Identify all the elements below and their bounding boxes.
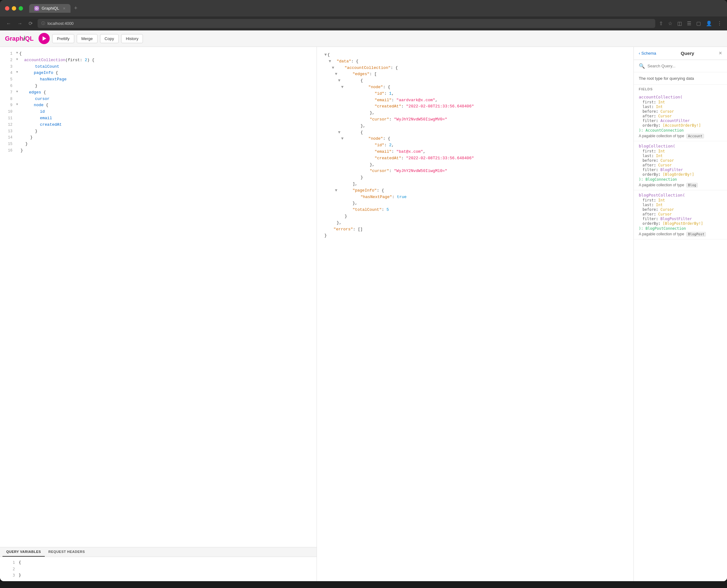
result-line-22: ▼ "pageInfo": { <box>322 188 628 194</box>
prettify-button[interactable]: Prettify <box>52 34 74 43</box>
editor-line-9: 9 ▼ node { <box>0 102 317 109</box>
back-button[interactable]: ← <box>5 20 13 28</box>
field-arg-blogpost-after: after: Cursor <box>639 212 722 216</box>
copy-button[interactable]: Copy <box>100 34 119 43</box>
result-panel[interactable]: ▼ { ▼ "data": { ▼ "accountCollection": {… <box>317 47 634 581</box>
query-variables-section: QUERY VARIABLES REQUEST HEADERS 1 { 2 <box>0 547 317 581</box>
address-bar[interactable]: ⓘ localhost:4000 <box>38 19 655 28</box>
reader-icon[interactable]: ☰ <box>687 20 691 26</box>
field-name-blog[interactable]: blogCollection( <box>639 144 722 148</box>
query-editor-panel: 1 ▼ { 2 ▼ accountCollection(first: 2) { … <box>0 47 317 581</box>
result-line-20: } <box>322 174 628 181</box>
field-arg-blog-orderby: orderBy: [BlogOrderBy!] <box>639 172 722 177</box>
browser-nav: ← → ⟳ ⓘ localhost:4000 ⇧ ☆ ◫ ☰ ▢ 👤 ⋮ <box>0 17 727 30</box>
field-arg-first: first: Int <box>639 100 722 104</box>
sidebar-panel-title: Query <box>681 50 694 56</box>
sidebar-description: The root type for querying data <box>634 72 727 85</box>
result-line-21: ], <box>322 181 628 188</box>
field-arg-blog-last: last: Int <box>639 154 722 158</box>
active-tab[interactable]: GraphiQL × <box>29 4 70 13</box>
nav-actions: ⇧ ☆ ◫ ☰ ▢ 👤 ⋮ <box>659 20 722 26</box>
sidebar-fields-content: accountCollection( first: Int last: Int … <box>634 92 727 581</box>
sidebar-icon[interactable]: ▢ <box>696 20 701 26</box>
editor-line-16: 16 } <box>0 147 317 154</box>
result-line-8: "email": "aardvark@x.com", <box>322 97 628 104</box>
var-line-2: 2 <box>2 566 314 572</box>
graphiql-logo: GraphiQL <box>5 35 34 42</box>
request-headers-tab[interactable]: REQUEST HEADERS <box>45 547 89 556</box>
result-line-14: ▼ "node": { <box>322 136 628 142</box>
browser-window: GraphiQL × + ← → ⟳ ⓘ localhost:4000 ⇧ ☆ … <box>0 0 727 581</box>
profile-icon[interactable]: 👤 <box>706 20 712 26</box>
maximize-window-button[interactable] <box>19 6 23 10</box>
history-button[interactable]: History <box>121 34 143 43</box>
sidebar-search: 🔍 <box>634 60 727 72</box>
new-tab-button[interactable]: + <box>72 4 80 13</box>
result-line-19: "cursor": "WyJhY2NvdW50IiwgMl0=" <box>322 168 628 174</box>
field-arg-blogpost-first: first: Int <box>639 198 722 203</box>
result-line-4: ▼ "edges": [ <box>322 71 628 78</box>
result-line-7: "id": 1, <box>322 91 628 97</box>
graphiql-toolbar: GraphiQL Prettify Merge Copy History <box>0 30 727 47</box>
field-arg-blog-first: first: Int <box>639 149 722 153</box>
editor-line-14: 14 } <box>0 134 317 141</box>
field-group-blog-post-collection: blogPostCollection( first: Int last: Int… <box>634 190 727 239</box>
account-type-badge: Account <box>686 134 704 139</box>
sidebar-close-button[interactable]: × <box>719 50 722 57</box>
var-line-1: 1 { <box>2 560 314 566</box>
result-line-27: }, <box>322 220 628 226</box>
merge-button[interactable]: Merge <box>77 34 98 43</box>
traffic-lights <box>5 6 23 10</box>
chevron-left-icon: ‹ <box>639 51 640 56</box>
editor-line-10: 10 id <box>0 109 317 115</box>
field-return-type-account: ): AccountConnection <box>639 128 722 132</box>
result-line-23: "hasNextPage": true <box>322 194 628 201</box>
run-button[interactable] <box>39 33 50 44</box>
forward-button[interactable]: → <box>16 20 24 28</box>
extensions-icon[interactable]: ◫ <box>677 20 682 26</box>
field-arg-blogpost-last: last: Int <box>639 203 722 207</box>
bookmark-icon[interactable]: ☆ <box>668 20 672 26</box>
close-window-button[interactable] <box>5 6 9 10</box>
tab-title: GraphiQL <box>42 6 59 10</box>
share-icon[interactable]: ⇧ <box>659 20 663 26</box>
editor-line-7: 7 ▼ edges { <box>0 89 317 96</box>
security-icon: ⓘ <box>41 21 45 26</box>
field-arg-after: after: Cursor <box>639 114 722 118</box>
browser-titlebar: GraphiQL × + <box>0 0 727 17</box>
query-variables-tab[interactable]: QUERY VARIABLES <box>2 547 45 556</box>
graphiql-container: GraphiQL Prettify Merge Copy History 1 ▼… <box>0 30 727 581</box>
blogpost-type-badge: BlogPost <box>686 232 706 236</box>
query-editor[interactable]: 1 ▼ { 2 ▼ accountCollection(first: 2) { … <box>0 47 317 547</box>
result-line-10: }, <box>322 110 628 117</box>
result-line-13: ▼ { <box>322 129 628 136</box>
field-arg-blogpost-orderby: orderBy: [BlogPostOrderBy!] <box>639 222 722 226</box>
field-name-account[interactable]: accountCollection( <box>639 95 722 99</box>
editor-line-5: 5 hasNextPage <box>0 76 317 83</box>
field-desc-blogpost: A pagable collection of type BlogPost <box>639 232 722 236</box>
search-input[interactable] <box>647 64 722 68</box>
minimize-window-button[interactable] <box>12 6 16 10</box>
blog-type-badge: Blog <box>686 183 698 188</box>
reload-button[interactable]: ⟳ <box>27 19 34 28</box>
search-icon: 🔍 <box>639 63 645 69</box>
result-line-16: "email": "bat@x.com", <box>322 149 628 155</box>
field-group-blog-collection: blogCollection( first: Int last: Int bef… <box>634 141 727 190</box>
result-line-25: "totalCount": 5 <box>322 207 628 213</box>
field-arg-blogpost-filter: filter: BlogPostFilter <box>639 217 722 221</box>
result-line-15: "id": 2, <box>322 142 628 149</box>
field-desc-blog: A pagable collection of type Blog <box>639 183 722 188</box>
tab-close-button[interactable]: × <box>63 6 65 11</box>
field-name-blog-post[interactable]: blogPostCollection( <box>639 193 722 197</box>
field-arg-blog-filter: filter: BlogFilter <box>639 168 722 172</box>
browser-tabs: GraphiQL × + <box>29 4 722 13</box>
editor-line-8: 8 cursor <box>0 96 317 102</box>
result-line-26: } <box>322 213 628 220</box>
field-arg-last: last: Int <box>639 105 722 109</box>
variables-editor[interactable]: 1 { 2 3 } <box>0 557 317 581</box>
result-line-29: } <box>322 233 628 239</box>
field-arg-blogpost-before: before: Cursor <box>639 207 722 212</box>
field-arg-blog-after: after: Cursor <box>639 163 722 167</box>
menu-icon[interactable]: ⋮ <box>717 20 722 26</box>
schema-back-button[interactable]: ‹ Schema <box>639 51 656 56</box>
